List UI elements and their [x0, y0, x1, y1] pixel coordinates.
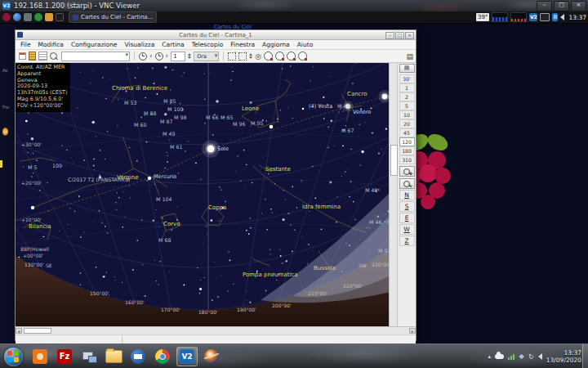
direction-button-e[interactable]: E: [399, 213, 415, 223]
fov-preset-45[interactable]: 45: [399, 128, 415, 137]
minimize-button[interactable]: –: [537, 1, 552, 11]
pi-clock[interactable]: 13:37: [568, 14, 586, 21]
fov-preset-1[interactable]: 1: [399, 83, 415, 92]
fov-preset-180[interactable]: 180: [399, 146, 415, 155]
menu-item-file[interactable]: File: [20, 41, 31, 48]
star-chart[interactable]: Chioma di BereniceLeoneCancroVergineSest…: [16, 63, 389, 326]
fov-preset-310[interactable]: 310: [399, 155, 415, 164]
tray-expand-icon[interactable]: ▴: [488, 353, 491, 360]
cdc-maximize-button[interactable]: □: [395, 32, 404, 39]
object-list-button[interactable]: [38, 52, 47, 61]
menu-item-aiuto[interactable]: Aiuto: [297, 41, 314, 48]
panel-toggle-icon[interactable]: ▤: [406, 52, 413, 61]
bluetooth-icon[interactable]: B: [552, 13, 558, 21]
eyepiece-4-button[interactable]: [298, 52, 307, 61]
center-target-button[interactable]: ◎: [255, 52, 261, 61]
pi-menu-icon[interactable]: [2, 13, 11, 21]
taskbar-app-mail[interactable]: [127, 347, 149, 366]
cdc-close-button[interactable]: ×: [405, 32, 414, 39]
cdc-window-icon: [17, 32, 23, 38]
planetarium-app-icon: [204, 349, 219, 364]
menu-item-finestra[interactable]: Finestra: [230, 41, 255, 48]
fov-preset-2[interactable]: 2: [399, 92, 415, 101]
time-step-spinner[interactable]: [188, 53, 191, 59]
search-input[interactable]: [61, 52, 130, 61]
app-store-icon[interactable]: [34, 13, 42, 21]
zoom-out-button[interactable]: −: [399, 178, 415, 189]
files-icon[interactable]: [24, 13, 32, 21]
scroll-left-arrow[interactable]: ◂: [16, 328, 22, 334]
direction-button-z[interactable]: Z: [399, 236, 415, 246]
taskbar-app-planetarium[interactable]: [201, 347, 222, 366]
zoom-in-button[interactable]: +: [399, 166, 415, 177]
taskbar-clock[interactable]: 13:37 13/09/2020: [546, 349, 581, 365]
statusbar-cell-left: [16, 335, 122, 343]
start-button[interactable]: [4, 348, 23, 366]
fov-preset-10[interactable]: 10: [399, 110, 415, 119]
menu-item-aggiorna[interactable]: Aggiorna: [262, 41, 290, 48]
taskbar-app-explorer[interactable]: [103, 347, 124, 366]
vertical-scrollbar-thumb[interactable]: [390, 145, 398, 176]
pi-window-button[interactable]: Cartes du Ciel - Cartina...: [69, 11, 157, 23]
chart-label: 220°00': [343, 283, 363, 289]
maximize-button[interactable]: □: [554, 1, 569, 11]
menu-item-modifica[interactable]: Modifica: [38, 41, 64, 48]
direction-button-w[interactable]: W: [399, 224, 415, 235]
cloud-icon[interactable]: [495, 354, 504, 359]
fov-preset-30m[interactable]: 30': [399, 74, 415, 83]
menu-item-configurazione[interactable]: Configurazione: [71, 41, 117, 48]
terminal-icon[interactable]: [56, 13, 64, 21]
time-step-back-button[interactable]: ‹: [149, 52, 153, 60]
eyepiece-1-button[interactable]: [264, 52, 273, 61]
chart-label: Leone: [242, 105, 259, 112]
sync-icon[interactable]: ↻: [528, 353, 534, 361]
eyepiece-2-button[interactable]: [275, 52, 284, 61]
vnc-server-icon[interactable]: V2: [529, 13, 537, 21]
search-icon[interactable]: [50, 52, 57, 60]
date-setup-button[interactable]: [19, 52, 26, 60]
fov-preset-20[interactable]: 20: [399, 119, 415, 128]
chart-label: +10°00': [21, 217, 42, 222]
speaker-icon[interactable]: [538, 353, 542, 360]
time-reset-button[interactable]: [155, 52, 163, 61]
direction-button-s[interactable]: S: [399, 201, 415, 212]
time-step-input[interactable]: 1: [171, 52, 185, 61]
cdc-minimize-button[interactable]: –: [385, 32, 394, 39]
folder-icon[interactable]: [45, 13, 53, 21]
zoom-window-button[interactable]: [238, 52, 247, 61]
taskbar-app-chrome[interactable]: [152, 347, 173, 366]
horizontal-scrollbar-thumb[interactable]: [24, 328, 51, 334]
cdc-titlebar[interactable]: Cartes du Ciel - Cartina_1 – □ ×: [16, 30, 416, 40]
menu-item-telescopio[interactable]: Telescopio: [192, 41, 224, 48]
show-desktop-button[interactable]: [582, 344, 588, 368]
browser-icon[interactable]: [13, 13, 21, 21]
close-button[interactable]: ×: [571, 1, 586, 11]
taskbar-app-orange[interactable]: [29, 347, 51, 366]
fov-preset-120[interactable]: 120: [399, 137, 415, 146]
menu-item-visualizza[interactable]: Visualizza: [124, 41, 154, 48]
display-icon[interactable]: [540, 13, 550, 21]
hotkey-icon[interactable]: ❖: [519, 353, 524, 361]
zoom-selection-button[interactable]: [228, 52, 236, 61]
horizontal-scrollbar[interactable]: ◂ ▸: [16, 326, 416, 334]
vertical-scrollbar[interactable]: [389, 63, 397, 326]
direction-button-n[interactable]: N: [399, 190, 415, 200]
eyepiece-3-button[interactable]: [287, 52, 296, 61]
zoom-spinner[interactable]: [249, 53, 252, 59]
scroll-right-arrow[interactable]: ▸: [409, 328, 416, 334]
taskbar-app-vnc-viewer[interactable]: V2: [176, 347, 198, 366]
menu-item-cartina[interactable]: Cartina: [162, 41, 184, 48]
taskbar-app-filezilla[interactable]: Fz: [54, 347, 75, 366]
observatory-button[interactable]: [29, 52, 36, 61]
fov-preset-5[interactable]: 5: [399, 101, 415, 110]
time-now-button[interactable]: [139, 52, 147, 61]
orange-app-icon: [33, 349, 47, 364]
taskbar-app-remote-desktop[interactable]: [78, 347, 100, 366]
time-unit-select[interactable]: Ora: [194, 52, 219, 61]
chart-label: M 61: [170, 144, 182, 150]
fov-panel-toggle[interactable]: ▤: [399, 64, 415, 73]
time-step-forward-button[interactable]: ›: [166, 52, 169, 60]
volume-icon[interactable]: [560, 14, 564, 20]
vnc-viewer-icon: V2: [180, 349, 194, 364]
network-icon[interactable]: [508, 354, 514, 360]
